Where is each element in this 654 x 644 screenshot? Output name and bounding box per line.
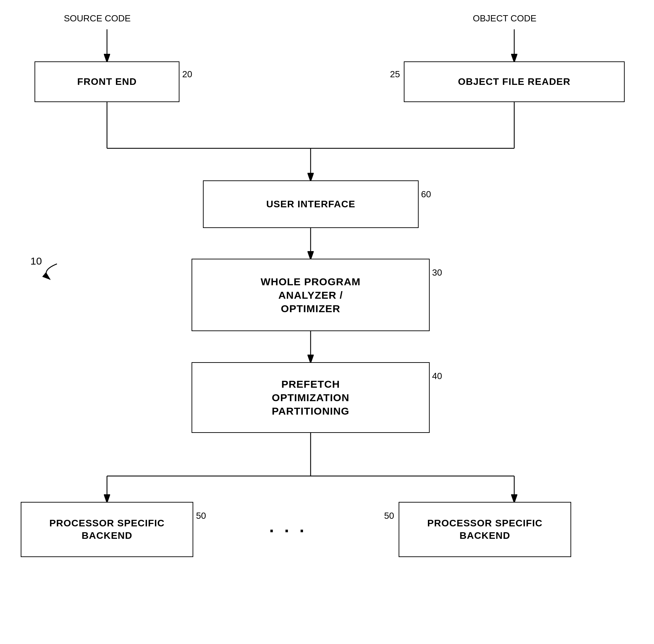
prefetch-box: PREFETCH OPTIMIZATION PARTITIONING	[192, 362, 430, 433]
front-end-box: FRONT END	[35, 61, 179, 102]
ref-10-label: 10	[30, 255, 42, 267]
processor-backend-right-box: PROCESSOR SPECIFIC BACKEND	[399, 502, 571, 557]
ref-60-label: 60	[421, 189, 431, 200]
user-interface-box: USER INTERFACE	[203, 180, 419, 228]
object-code-label: OBJECT CODE	[473, 13, 536, 24]
ref-40-label: 40	[432, 371, 442, 382]
ref-25-label: 25	[390, 69, 400, 80]
source-code-label: SOURCE CODE	[64, 13, 131, 24]
ellipsis: · · ·	[269, 521, 307, 541]
whole-program-analyzer-box: WHOLE PROGRAM ANALYZER / OPTIMIZER	[192, 259, 430, 331]
ref-50b-label: 50	[384, 511, 394, 521]
object-file-reader-box: OBJECT FILE READER	[404, 61, 625, 102]
ref-30-label: 30	[432, 267, 442, 278]
ref-20-label: 20	[182, 69, 192, 80]
processor-backend-left-box: PROCESSOR SPECIFIC BACKEND	[21, 502, 193, 557]
ref-50a-label: 50	[196, 511, 206, 521]
